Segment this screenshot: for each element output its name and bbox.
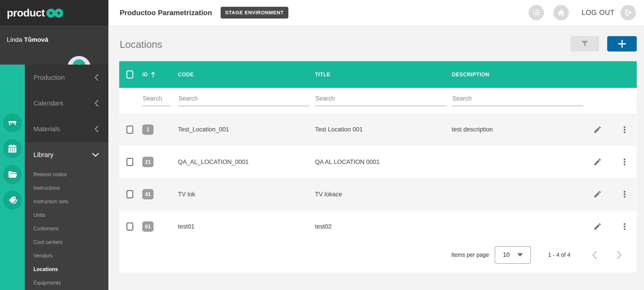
search-title-input[interactable]	[315, 95, 446, 106]
select-all-checkbox[interactable]	[126, 70, 133, 78]
id-badge: 21	[142, 157, 154, 167]
kebab-menu-icon	[620, 125, 629, 134]
submenu-item-instruction-sets[interactable]: Instruction sets	[25, 195, 108, 208]
row-menu-button[interactable]	[617, 187, 632, 202]
table-search-row	[119, 88, 637, 114]
search-description-input[interactable]	[452, 95, 583, 106]
kebab-menu-icon	[620, 158, 629, 166]
nav-item-materials[interactable]: Materials	[25, 116, 108, 142]
page-actions	[570, 36, 637, 52]
folder-open-icon[interactable]	[3, 165, 22, 184]
pencil-icon	[593, 125, 602, 134]
submenu-item-units[interactable]: Units	[25, 208, 108, 222]
cell-description: test description	[452, 126, 583, 133]
search-code-input[interactable]	[178, 95, 309, 106]
submenu-item-customers[interactable]: Customers	[25, 222, 108, 235]
funnel-icon	[581, 40, 589, 47]
logo: product	[0, 0, 108, 25]
chevron-left-icon	[94, 100, 99, 107]
table-row: 1 Test_Location_001 Test Location 001 te…	[119, 114, 637, 146]
topbar: Productoo Parametrization STAGE ENVIRONM…	[108, 0, 644, 25]
nav-item-label: Calendars	[34, 100, 63, 107]
chevron-right-icon	[616, 250, 622, 260]
add-location-button[interactable]	[607, 36, 637, 52]
topbar-actions: LOG OUT	[528, 5, 636, 20]
submenu-item-vendors[interactable]: Vendors	[25, 249, 108, 262]
cell-code: test01	[178, 223, 315, 230]
cell-code: Test_Location_001	[178, 126, 315, 133]
column-header-title[interactable]: TITLE	[315, 72, 452, 78]
nav-item-library[interactable]: Library	[25, 142, 108, 168]
home-button[interactable]	[554, 5, 569, 20]
dropdown-caret-icon	[517, 253, 523, 256]
production-icon[interactable]	[3, 114, 22, 132]
logout-button[interactable]	[620, 5, 636, 20]
table-row: 41 TV lok TV lokace	[119, 178, 637, 210]
row-checkbox[interactable]	[126, 158, 133, 166]
calendar-icon[interactable]	[3, 139, 22, 158]
user-panel: Linda Tůmová Last login: 1. 4. 2024 16:4…	[0, 25, 108, 64]
icon-rail	[0, 64, 25, 290]
tags-icon[interactable]	[3, 190, 22, 210]
cell-code: QA_AL_LOCATION_0001	[178, 158, 315, 166]
edit-button[interactable]	[590, 219, 605, 234]
environment-badge: STAGE ENVIRONMENT	[220, 7, 288, 18]
filter-button[interactable]	[570, 36, 599, 52]
kebab-menu-icon	[620, 190, 629, 198]
cell-title: Test Location 001	[315, 126, 452, 133]
home-icon	[557, 8, 565, 17]
logout-icon	[624, 8, 632, 17]
row-menu-button[interactable]	[617, 219, 632, 234]
items-per-page-select[interactable]: 10	[495, 246, 531, 264]
search-id-input[interactable]	[142, 95, 170, 106]
id-badge: 1	[142, 124, 154, 135]
chevron-down-icon	[92, 152, 99, 158]
user-last-name: Tůmová	[24, 36, 48, 43]
submenu-item-reason-codes[interactable]: Reason codes	[25, 168, 108, 181]
chevron-left-icon	[592, 250, 598, 260]
submenu-item-locations[interactable]: Locations	[25, 262, 108, 276]
pencil-icon	[593, 190, 602, 198]
nav-item-label: Materials	[34, 125, 60, 133]
edit-button[interactable]	[590, 155, 605, 169]
list-icon	[532, 8, 540, 17]
app-root: product Linda Tůmová Last login: 1. 4. 2…	[0, 0, 644, 290]
row-checkbox[interactable]	[126, 126, 133, 134]
column-header-code[interactable]: CODE	[178, 72, 315, 78]
submenu-item-instructions[interactable]: Instructions	[25, 181, 108, 195]
items-per-page-label: Items per page	[452, 252, 489, 258]
library-submenu: Reason codes Instructions Instruction se…	[25, 168, 108, 290]
menu-list-button[interactable]	[528, 5, 544, 20]
cell-title: QA AL LOCATION 0001	[315, 158, 452, 166]
previous-page-button[interactable]	[588, 248, 602, 262]
plus-icon	[618, 39, 626, 48]
column-header-description[interactable]: DESCRIPTION	[452, 72, 583, 78]
cell-title: test02	[315, 223, 452, 230]
app-title: Productoo Parametrization	[120, 8, 212, 17]
logout-label[interactable]: LOG OUT	[582, 8, 615, 17]
column-header-id[interactable]: ID	[142, 71, 178, 78]
locations-table: ID CODE TITLE DESCRIPTION	[119, 61, 637, 272]
pagination-range: 1 - 4 of 4	[548, 252, 570, 258]
row-checkbox[interactable]	[126, 190, 133, 198]
nav-item-calendars[interactable]: Calendars	[25, 90, 108, 116]
pencil-icon	[593, 222, 602, 231]
logo-infinity-icon	[46, 8, 65, 18]
user-first-name: Linda	[7, 36, 22, 43]
next-page-button[interactable]	[612, 248, 626, 262]
cell-title: TV lokace	[315, 191, 452, 198]
row-menu-button[interactable]	[617, 122, 632, 137]
submenu-item-cost-centers[interactable]: Cost centers	[25, 235, 108, 249]
sidebar-nav: Production Calendars Materials	[0, 64, 108, 290]
nav-item-production[interactable]: Production	[25, 64, 108, 90]
edit-button[interactable]	[590, 122, 605, 137]
row-menu-button[interactable]	[617, 155, 632, 169]
submenu-item-equipments[interactable]: Equipments	[25, 276, 108, 290]
edit-button[interactable]	[590, 187, 605, 202]
main-content: Locations ID CODE TITLE DE	[108, 25, 644, 290]
nav-items: Production Calendars Materials	[25, 64, 108, 168]
sidebar: product Linda Tůmová Last login: 1. 4. 2…	[0, 0, 108, 290]
id-badge: 41	[142, 189, 154, 200]
row-checkbox[interactable]	[126, 222, 133, 230]
sort-asc-icon	[150, 71, 156, 78]
